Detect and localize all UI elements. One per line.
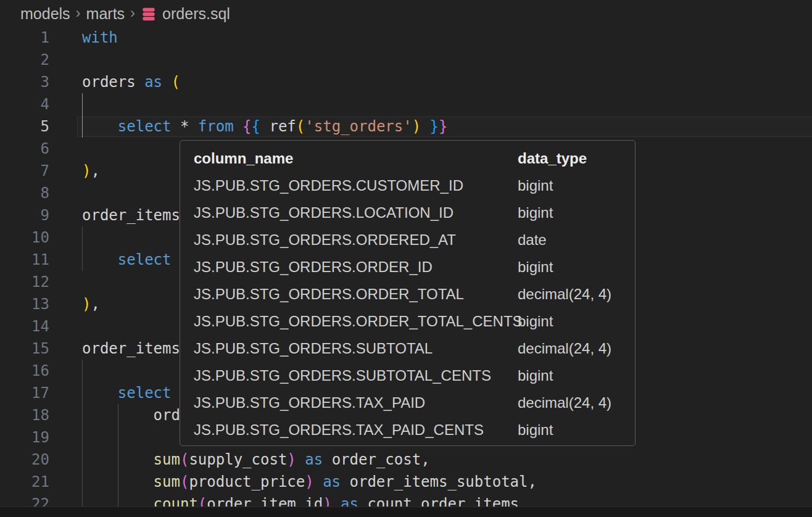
code-line[interactable]: 20 sum(supply_cost) as order_cost, [0, 449, 812, 471]
code-token: supply_cost [189, 451, 287, 468]
code-token [82, 384, 118, 402]
line-number[interactable]: 20 [0, 449, 49, 471]
code-token [162, 73, 171, 91]
chevron-right-icon: › [76, 4, 81, 22]
line-number[interactable]: 19 [0, 426, 49, 449]
line-number[interactable]: 14 [0, 315, 49, 337]
line-number[interactable]: 12 [0, 271, 49, 293]
database-icon [141, 6, 157, 22]
breadcrumb-item-models[interactable]: models [20, 5, 70, 23]
line-number[interactable]: 7 [0, 160, 49, 182]
indent-guide [82, 426, 83, 449]
code-token: as [305, 451, 323, 468]
line-number[interactable]: 21 [0, 471, 49, 493]
code-token [172, 118, 180, 135]
line-number[interactable]: 1 [0, 27, 49, 49]
code-token [260, 118, 269, 135]
editor-window: models › marts › orders.sql 1with23order… [0, 0, 812, 517]
code-token: product_price [189, 473, 305, 490]
data-type-cell: decimal(24, 4) [518, 340, 611, 357]
breadcrumb-item-marts[interactable]: marts [86, 5, 125, 23]
code-line[interactable]: 21 sum(product_price) as order_items_sub… [0, 471, 812, 493]
code-token: ) [82, 296, 91, 313]
line-number[interactable]: 6 [0, 138, 49, 160]
line-number[interactable]: 8 [0, 182, 49, 204]
indent-guide [82, 93, 83, 115]
code-token: ( [172, 73, 180, 91]
breadcrumb: models › marts › orders.sql [0, 0, 812, 27]
line-number[interactable]: 15 [0, 337, 49, 360]
code-token [82, 451, 154, 468]
indent-guide [118, 426, 118, 449]
data-type-cell: bigint [518, 421, 553, 439]
data-type-header: data_type [518, 150, 587, 167]
code-token: select [118, 118, 172, 135]
column-name-cell: JS.PUB.STG_ORDERS.LOCATION_ID [194, 204, 518, 221]
code-text: with [82, 27, 118, 49]
code-text: orders as ( [82, 71, 180, 93]
chevron-right-icon: › [130, 4, 135, 22]
code-token [234, 118, 242, 135]
code-token: , [528, 473, 537, 490]
code-token: ( [180, 451, 189, 468]
line-number[interactable]: 4 [0, 93, 49, 115]
code-token: , [91, 162, 99, 180]
breadcrumb-item-file[interactable]: orders.sql [162, 5, 230, 23]
code-token: { [252, 118, 260, 135]
column-name-cell: JS.PUB.STG_ORDERS.ORDER_TOTAL [194, 286, 518, 303]
code-token: ) [305, 473, 313, 490]
code-token: * [180, 118, 189, 135]
code-token [314, 473, 323, 490]
code-token: as [323, 473, 341, 490]
line-number[interactable]: 3 [0, 71, 49, 93]
code-token: ref [269, 118, 296, 135]
line-number[interactable]: 2 [0, 49, 49, 71]
popup-header-row: column_namedata_type [194, 145, 635, 172]
line-number[interactable]: 9 [0, 204, 49, 226]
column-name-cell: JS.PUB.STG_ORDERS.ORDERED_AT [194, 231, 518, 249]
code-line[interactable]: 1with [0, 27, 812, 49]
code-text: sum(supply_cost) as order_cost, [82, 449, 430, 471]
panel-edge [0, 507, 812, 517]
data-type-cell: decimal(24, 4) [518, 286, 611, 303]
code-line[interactable]: 3orders as ( [0, 71, 812, 93]
code-token: , [91, 296, 99, 313]
column-info-popup: column_namedata_typeJS.PUB.STG_ORDERS.CU… [180, 140, 636, 446]
line-number[interactable]: 16 [0, 360, 49, 382]
code-token [82, 473, 154, 490]
data-type-cell: bigint [518, 258, 553, 276]
code-text: ), [82, 293, 100, 315]
code-token: ) [82, 162, 91, 180]
column-name-cell: JS.PUB.STG_ORDERS.SUBTOTAL_CENTS [194, 367, 518, 384]
line-number[interactable]: 13 [0, 293, 49, 315]
popup-row: JS.PUB.STG_ORDERS.ORDER_IDbigint [194, 254, 635, 281]
popup-row: JS.PUB.STG_ORDERS.LOCATION_IDbigint [194, 199, 635, 226]
line-number[interactable]: 17 [0, 382, 49, 404]
data-type-cell: bigint [518, 177, 553, 194]
line-number[interactable]: 11 [0, 249, 49, 271]
code-line[interactable]: 5 select * from {{ ref('stg_orders') }} [0, 115, 812, 138]
code-text: ), [82, 160, 100, 182]
column-name-cell: JS.PUB.STG_ORDERS.TAX_PAID [194, 394, 518, 412]
column-name-cell: JS.PUB.STG_ORDERS.TAX_PAID_CENTS [194, 421, 518, 439]
code-token: order_items [82, 340, 180, 357]
column-name-cell: JS.PUB.STG_ORDERS.CUSTOMER_ID [194, 177, 518, 194]
indent-guide [82, 226, 83, 249]
popup-row: JS.PUB.STG_ORDERS.ORDER_TOTALdecimal(24,… [194, 281, 635, 308]
line-number[interactable]: 18 [0, 404, 49, 426]
code-token [323, 451, 331, 468]
code-token: sum [154, 451, 180, 468]
code-line[interactable]: 2 [0, 49, 812, 71]
code-token: order_items [82, 207, 180, 224]
code-token: } [430, 118, 439, 135]
popup-row: JS.PUB.STG_ORDERS.SUBTOTALdecimal(24, 4) [194, 335, 635, 362]
code-line[interactable]: 4 [0, 93, 812, 115]
column-name-cell: JS.PUB.STG_ORDERS.SUBTOTAL [194, 340, 518, 357]
popup-row: JS.PUB.STG_ORDERS.CUSTOMER_IDbigint [194, 172, 635, 199]
code-token: } [439, 118, 447, 135]
data-type-cell: decimal(24, 4) [518, 394, 611, 412]
code-text: select * from {{ ref('stg_orders') }} [82, 115, 447, 138]
line-number[interactable]: 10 [0, 226, 49, 249]
line-number[interactable]: 5 [0, 115, 49, 138]
code-token: ( [296, 118, 305, 135]
